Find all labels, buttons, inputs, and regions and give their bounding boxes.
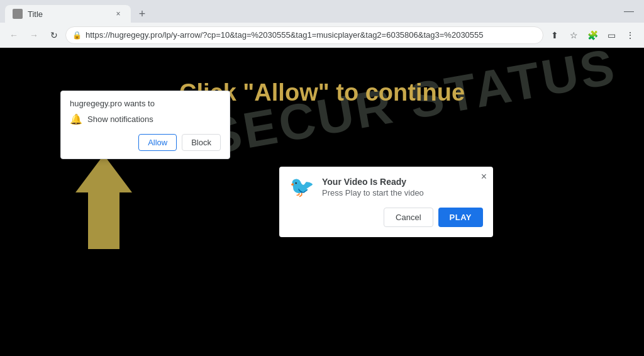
- forward-button[interactable]: →: [25, 26, 43, 44]
- notif-header-text: hugregegy.pro wants to: [70, 99, 221, 108]
- extensions-icon: 🧩: [587, 30, 598, 40]
- toolbar: ← → ↻ 🔒 https://hugregegy.pro/lp/y-arrow…: [0, 23, 644, 48]
- allow-button[interactable]: Allow: [138, 134, 177, 151]
- tab-title: Title: [28, 9, 108, 19]
- title-bar: Title × + —: [0, 0, 644, 23]
- share-button[interactable]: ⬆: [546, 26, 564, 44]
- tab-close-button[interactable]: ×: [113, 9, 123, 19]
- menu-icon: ⋮: [626, 30, 635, 40]
- lock-icon: 🔒: [72, 31, 82, 40]
- new-tab-button[interactable]: +: [133, 5, 151, 23]
- play-button[interactable]: PLAY: [438, 208, 483, 227]
- back-button[interactable]: ←: [5, 26, 23, 44]
- url-text: https://hugregegy.pro/lp/y-arrow/?cp=10&…: [86, 30, 536, 40]
- dialog-subtitle: Press Play to start the video: [322, 188, 483, 197]
- arrow-up-triangle: [75, 155, 132, 192]
- browser-tab[interactable]: Title ×: [5, 5, 131, 23]
- address-bar[interactable]: 🔒 https://hugregegy.pro/lp/y-arrow/?cp=1…: [65, 26, 543, 44]
- bookmark-button[interactable]: ☆: [565, 26, 582, 44]
- window-controls: —: [624, 6, 639, 17]
- notif-icon-row: 🔔 Show notifications: [70, 113, 221, 125]
- forward-icon: →: [30, 30, 38, 40]
- notif-show-text: Show notifications: [87, 114, 153, 124]
- sidebar-button[interactable]: ▭: [602, 26, 620, 44]
- tab-favicon: [13, 9, 23, 19]
- menu-button[interactable]: ⋮: [621, 26, 639, 44]
- dialog-close-button[interactable]: ×: [481, 172, 487, 182]
- browser-content: SECUR STATUS Click "Allow" to continue h…: [0, 48, 644, 356]
- dialog-text-block: Your Video Is Ready Press Play to start …: [322, 177, 483, 197]
- watermark-text: SECUR STATUS: [203, 48, 621, 166]
- block-button[interactable]: Block: [182, 134, 221, 151]
- star-icon: ☆: [570, 30, 578, 40]
- watermark-label: SECUR STATUS: [203, 48, 621, 165]
- arrow-body: [88, 192, 119, 249]
- notification-permission-popup: hugregegy.pro wants to 🔔 Show notificati…: [60, 91, 230, 159]
- dialog-body: 🐦 Your Video Is Ready Press Play to star…: [289, 177, 483, 197]
- browser-frame: Title × + — ← → ↻ 🔒 https://hugregegy.pr…: [0, 0, 644, 356]
- dialog-actions: Cancel PLAY: [289, 208, 483, 227]
- minimize-button[interactable]: —: [624, 6, 634, 17]
- notif-buttons: Allow Block: [70, 134, 221, 151]
- dialog-title: Your Video Is Ready: [322, 177, 483, 187]
- video-ready-dialog: × 🐦 Your Video Is Ready Press Play to st…: [279, 167, 493, 237]
- play-bird-icon: 🐦: [289, 177, 314, 197]
- share-icon: ⬆: [551, 30, 558, 40]
- back-icon: ←: [9, 30, 18, 40]
- sidebar-icon: ▭: [608, 30, 616, 40]
- arrow-graphic: [75, 155, 132, 249]
- toolbar-actions: ⬆ ☆ 🧩 ▭ ⋮: [546, 26, 639, 44]
- page-content: SECUR STATUS Click "Allow" to continue h…: [0, 48, 644, 356]
- bell-icon: 🔔: [70, 113, 82, 125]
- refresh-button[interactable]: ↻: [45, 26, 63, 44]
- cancel-button[interactable]: Cancel: [384, 208, 433, 227]
- refresh-icon: ↻: [50, 30, 58, 40]
- tab-bar: Title × +: [5, 0, 151, 23]
- extensions-button[interactable]: 🧩: [584, 26, 601, 44]
